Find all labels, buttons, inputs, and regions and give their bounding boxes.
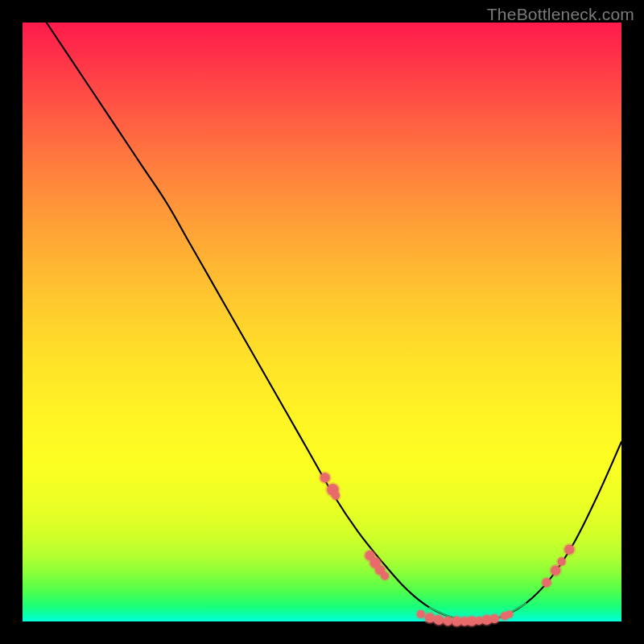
data-marker [558,558,566,566]
bottleneck-curve [47,23,621,621]
data-marker [320,473,330,482]
source-watermark: TheBottleneck.com [487,5,634,24]
data-marker [506,611,513,618]
data-marker [332,492,340,500]
data-marker [551,566,560,576]
chart-canvas [23,23,621,621]
data-markers [319,471,576,627]
data-marker [381,572,389,580]
data-marker [564,545,574,555]
bottleneck-chart [23,23,621,621]
data-marker [542,578,551,587]
data-marker [490,614,499,623]
